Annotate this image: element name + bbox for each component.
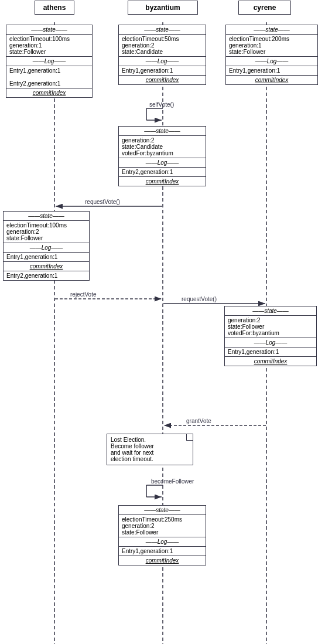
svg-text:selfVote(): selfVote() (149, 101, 174, 108)
byzantium-selfvote-state: ——state—— generation:2 state:Candidate v… (118, 126, 206, 186)
svg-text:requestVote(): requestVote() (182, 296, 217, 302)
lifeline-athens: athens (35, 1, 74, 15)
svg-text:requestVote(): requestVote() (85, 199, 120, 205)
svg-text:rejectVote: rejectVote (70, 291, 97, 298)
svg-text:grantVote: grantVote (186, 418, 211, 424)
lifeline-cyrene: cyrene (238, 1, 291, 15)
athens-requestvote-state: ——state—— electionTimeout:100ms generati… (3, 211, 90, 281)
cyrene-requestvote-state: ——state—— generation:2 state:Follower vo… (224, 306, 317, 366)
athens-initial-state: ——state—— electionTimeout:100ms generati… (6, 25, 93, 98)
lost-election-note: Lost Election. Become follower and wait … (107, 434, 193, 465)
cyrene-initial-state: ——state—— electionTimeout:200ms generati… (225, 25, 318, 85)
lifeline-byzantium: byzantium (128, 1, 198, 15)
byzantium-final-state: ——state—— electionTimeout:250ms generati… (118, 505, 206, 565)
svg-text:becomeFollower: becomeFollower (151, 478, 194, 485)
diagram-container: selfVote() requestVote() rejectVote requ… (0, 0, 325, 644)
byzantium-initial-state: ——state—— electionTimeout:50ms generatio… (118, 25, 206, 85)
